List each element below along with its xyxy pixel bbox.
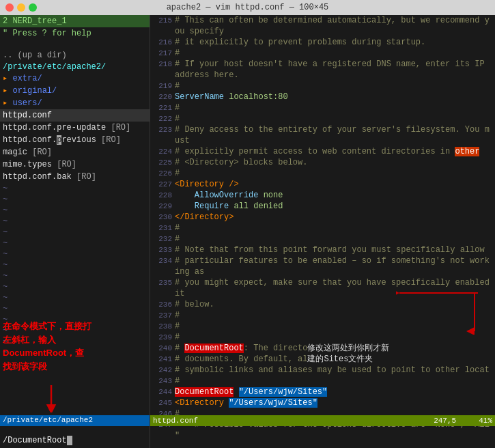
line-229: 229 Require all denied [150,201,495,212]
tilde-lines: ~~~~ ~~~~ ~~~~ ~~~~ [0,183,150,358]
line-234b: ing as [150,266,495,277]
sidebar-item-extra[interactable]: ▸ extra/ [0,72,150,85]
line-230: 230 </Directory> [150,212,495,223]
line-245: 245 <Directory "/Users/wjw/Sites" [150,397,495,408]
sidebar-item-mime[interactable]: mime.types [RO] [0,158,150,171]
line-218: 218 # If your host doesn't have a regist… [150,59,495,70]
line-231: 231 # [150,223,495,234]
line-238: 238 # [150,321,495,332]
window-controls[interactable] [5,3,37,12]
sidebar-help: " Press ? for help [0,27,150,40]
minimize-button[interactable] [17,3,25,12]
line-237: 237 # [150,310,495,321]
nerd-tree-header: 2 NERD_tree_1 [0,15,150,27]
line-224: 224 # explicitly permit access to web co… [150,146,495,157]
close-button[interactable] [5,3,14,12]
sidebar-cmd-line[interactable]: /DocumentRoot [0,434,150,448]
line-222: 222 # [150,113,495,124]
title-bar: apache2 — vim httpd.conf — 100×45 [0,0,495,15]
line-215: 215 # This can often be determined autom… [150,15,495,26]
line-223: 223 # Deny access to the entirety of you… [150,124,495,135]
empty-line [0,40,150,49]
line-235b: it [150,288,495,299]
line-215b: ou specify [150,26,495,37]
line-226: 226 # [150,168,495,179]
line-235: 235 # you might expect, make sure that y… [150,277,495,288]
sidebar-item-magic[interactable]: magic [RO] [0,146,150,158]
sidebar-item-httpd-conf[interactable]: httpd.conf [0,109,150,122]
line-221: 221 # [150,102,495,113]
line-220: 220 ServerName localhost:80 [150,92,495,102]
line-240: 240 # DocumentRoot: The directo修改这两处到你刚才… [150,343,495,354]
arrow-down-icon [41,385,61,412]
editor-position: 247,5 41% [434,417,492,425]
editor-filename: httpd.conf [153,417,198,425]
line-225: 225 # <Directory> blocks below. [150,157,495,168]
line-217: 217 # [150,48,495,59]
line-228: 228 AllowOverride none [150,190,495,201]
line-244: 244 DocumentRoot "/Users/wjw/Sites" [150,387,495,397]
sidebar-item-users[interactable]: ▸ users/ [0,97,150,109]
editor-bottom-bar: httpd.conf 247,5 41% [150,415,495,426]
sidebar-item-previous[interactable]: httpd.conf.previous [RO] [0,134,150,146]
current-dir: /private/etc/apache2/ [0,61,150,72]
line-241: 241 # documents. By default, al建的Sites文件… [150,354,495,365]
sidebar-item-pre-update[interactable]: httpd.conf.pre-update [RO] [0,122,150,134]
sidebar-item-original[interactable]: ▸ original/ [0,85,150,97]
line-234: 234 # particular features to be enabled … [150,255,495,266]
sidebar-bottom-bar: /private/etc/apache2 [0,415,150,426]
line-216: 216 # it explicitly to prevent problems … [150,37,495,48]
main-area: 2 NERD_tree_1 " Press ? for help .. (up … [0,15,495,448]
line-218b: address here. [150,70,495,81]
line-223b: ust [150,135,495,146]
sidebar-item-bak[interactable]: httpd.conf.bak [RO] [0,171,150,183]
line-239: 239 # [150,332,495,343]
editor-area[interactable]: 215 # This can often be determined autom… [150,15,495,448]
line-236: 236 # below. [150,299,495,310]
line-242: 242 # symbolic links and aliases may be … [150,365,495,376]
window-title: apache2 — vim httpd.conf — 100×45 [167,3,329,12]
maximize-button[interactable] [29,3,37,12]
line-219: 219 # [150,81,495,92]
line-227: 227 <Directory /> [150,179,495,190]
line-232: 232 # [150,234,495,244]
line-243: 243 # [150,376,495,387]
sidebar: 2 NERD_tree_1 " Press ? for help .. (up … [0,15,150,448]
line-233: 233 # Note that from this point forward … [150,244,495,255]
up-dir[interactable]: .. (up a dir) [0,49,150,61]
editor-cmd-line[interactable] [150,434,495,448]
